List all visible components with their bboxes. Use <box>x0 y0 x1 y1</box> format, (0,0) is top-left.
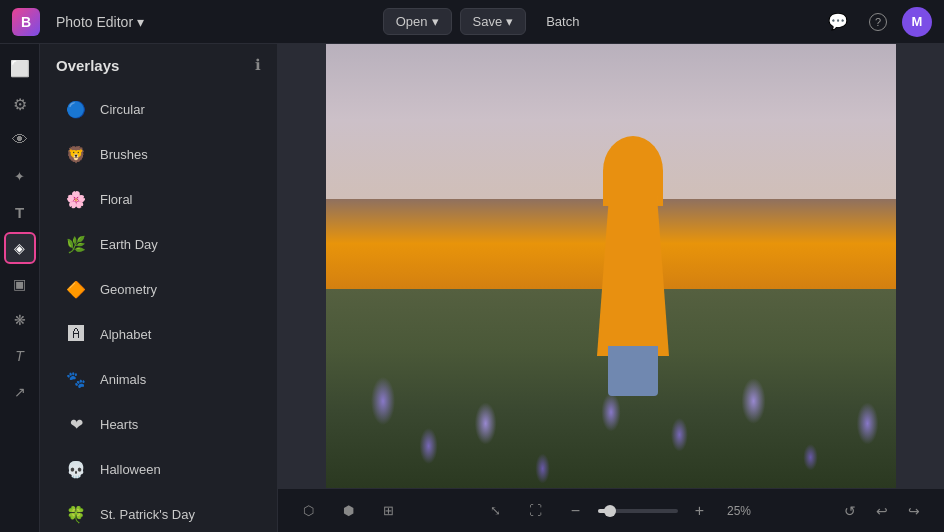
sidebar-item-label-earth-day: Earth Day <box>100 237 158 252</box>
fit-btn[interactable]: ⤡ <box>482 497 510 525</box>
sidebar-item-label-hearts: Hearts <box>100 417 138 432</box>
layers-bottom-btn[interactable]: ⬡ <box>294 497 322 525</box>
canvas-container <box>278 44 944 488</box>
photo-person <box>578 136 688 356</box>
sidebar-item-label-brushes: Brushes <box>100 147 148 162</box>
image-icon: ⬜ <box>10 59 30 78</box>
sidebar-item-alphabet[interactable]: 🅰Alphabet <box>46 312 271 356</box>
iconbar-layers-btn[interactable]: ▣ <box>4 268 36 300</box>
shapes-icon: ❋ <box>14 312 26 328</box>
grid-btn[interactable]: ⊞ <box>374 497 402 525</box>
chat-button[interactable]: 💬 <box>822 6 854 38</box>
sidebar: Overlays ℹ 🔵Circular🦁Brushes🌸Floral🌿Eart… <box>40 44 278 532</box>
open-chevron-icon: ▾ <box>432 14 439 29</box>
sidebar-header: Overlays ℹ <box>40 44 277 86</box>
help-icon: ? <box>869 13 887 31</box>
zoom-in-btn[interactable]: + <box>686 497 714 525</box>
layers-bottom-icon: ⬡ <box>303 503 314 518</box>
batch-button[interactable]: Batch <box>534 9 591 34</box>
photo-canvas <box>326 44 896 488</box>
avatar[interactable]: M <box>902 7 932 37</box>
iconbar-effects-btn[interactable]: ✦ <box>4 160 36 192</box>
undo-btn[interactable]: ↩ <box>868 497 896 525</box>
overlays-icon: ◈ <box>14 240 25 256</box>
sidebar-item-floral[interactable]: 🌸Floral <box>46 177 271 221</box>
zoom-slider-thumb <box>604 505 616 517</box>
effects-icon: ✦ <box>14 169 25 184</box>
reset-icon: ↺ <box>844 503 856 519</box>
export-icon: ↗ <box>14 384 26 400</box>
sidebar-item-icon-brushes: 🦁 <box>62 140 90 168</box>
sidebar-item-st-patricks[interactable]: 🍀St. Patrick's Day <box>46 492 271 532</box>
zoom-label: 25% <box>722 504 757 518</box>
sidebar-item-brushes[interactable]: 🦁Brushes <box>46 132 271 176</box>
icon-bar: ⬜ ⚙ 👁 ✦ T ◈ ▣ ❋ T ↗ <box>0 44 40 532</box>
arrange-btn[interactable]: ⬢ <box>334 497 362 525</box>
app-title-chevron-icon: ▾ <box>137 14 144 30</box>
app-title-button[interactable]: Photo Editor ▾ <box>48 10 152 34</box>
save-label: Save <box>473 14 503 29</box>
sidebar-item-hearts[interactable]: ❤Hearts <box>46 402 271 446</box>
sidebar-item-icon-earth-day: 🌿 <box>62 230 90 258</box>
iconbar-adjustments-btn[interactable]: ⚙ <box>4 88 36 120</box>
sidebar-item-label-floral: Floral <box>100 192 133 207</box>
save-button[interactable]: Save ▾ <box>460 8 527 35</box>
batch-label: Batch <box>546 14 579 29</box>
zoom-controls: − + 25% <box>562 497 757 525</box>
iconbar-shapes-btn[interactable]: ❋ <box>4 304 36 336</box>
sidebar-item-icon-alphabet: 🅰 <box>62 320 90 348</box>
sidebar-item-animals[interactable]: 🐾Animals <box>46 357 271 401</box>
sidebar-item-icon-geometry: 🔶 <box>62 275 90 303</box>
sidebar-item-label-geometry: Geometry <box>100 282 157 297</box>
bottom-bar: ⬡ ⬢ ⊞ ⤡ ⛶ − <box>278 488 944 532</box>
sidebar-list: 🔵Circular🦁Brushes🌸Floral🌿Earth Day🔶Geome… <box>40 86 277 532</box>
grid-icon: ⊞ <box>383 503 394 518</box>
undo-icon: ↩ <box>876 503 888 519</box>
zoom-out-btn[interactable]: − <box>562 497 590 525</box>
arrange-icon: ⬢ <box>343 503 354 518</box>
fullscreen-icon: ⛶ <box>529 503 542 518</box>
person-hood <box>603 136 663 206</box>
app-logo: B <box>12 8 40 36</box>
sidebar-item-label-animals: Animals <box>100 372 146 387</box>
sidebar-item-halloween[interactable]: 💀Halloween <box>46 447 271 491</box>
save-chevron-icon: ▾ <box>506 14 513 29</box>
app-title-label: Photo Editor <box>56 14 133 30</box>
zoom-out-icon: − <box>571 502 580 520</box>
sidebar-item-circular[interactable]: 🔵Circular <box>46 87 271 131</box>
canvas-area: ⬡ ⬢ ⊞ ⤡ ⛶ − <box>278 44 944 532</box>
iconbar-image-btn[interactable]: ⬜ <box>4 52 36 84</box>
zoom-slider[interactable] <box>598 509 678 513</box>
adjustments-icon: ⚙ <box>13 95 27 114</box>
iconbar-text-btn[interactable]: T <box>4 196 36 228</box>
layers-icon: ▣ <box>13 276 26 292</box>
help-button[interactable]: ? <box>862 6 894 38</box>
iconbar-export-btn[interactable]: ↗ <box>4 376 36 408</box>
sidebar-item-label-halloween: Halloween <box>100 462 161 477</box>
eye-icon: 👁 <box>12 131 28 149</box>
topbar: B Photo Editor ▾ Open ▾ Save ▾ Batch 💬 ?… <box>0 0 944 44</box>
sidebar-item-icon-floral: 🌸 <box>62 185 90 213</box>
iconbar-overlays-btn[interactable]: ◈ <box>4 232 36 264</box>
main-content: ⬜ ⚙ 👁 ✦ T ◈ ▣ ❋ T ↗ Overlays <box>0 44 944 532</box>
sidebar-item-icon-animals: 🐾 <box>62 365 90 393</box>
reset-btn[interactable]: ↺ <box>836 497 864 525</box>
sidebar-item-label-circular: Circular <box>100 102 145 117</box>
sidebar-item-icon-halloween: 💀 <box>62 455 90 483</box>
sidebar-item-geometry[interactable]: 🔶Geometry <box>46 267 271 311</box>
iconbar-eye-btn[interactable]: 👁 <box>4 124 36 156</box>
open-label: Open <box>396 14 428 29</box>
sidebar-item-label-alphabet: Alphabet <box>100 327 151 342</box>
iconbar-type2-btn[interactable]: T <box>4 340 36 372</box>
sidebar-item-icon-st-patricks: 🍀 <box>62 500 90 528</box>
text-icon: T <box>15 204 24 221</box>
person-coat <box>593 196 673 356</box>
fullscreen-btn[interactable]: ⛶ <box>522 497 550 525</box>
sidebar-item-earth-day[interactable]: 🌿Earth Day <box>46 222 271 266</box>
sidebar-item-label-st-patricks: St. Patrick's Day <box>100 507 195 522</box>
sidebar-title: Overlays <box>56 57 119 74</box>
open-button[interactable]: Open ▾ <box>383 8 452 35</box>
sidebar-info-icon[interactable]: ℹ <box>255 56 261 74</box>
redo-icon: ↪ <box>908 503 920 519</box>
redo-btn[interactable]: ↪ <box>900 497 928 525</box>
